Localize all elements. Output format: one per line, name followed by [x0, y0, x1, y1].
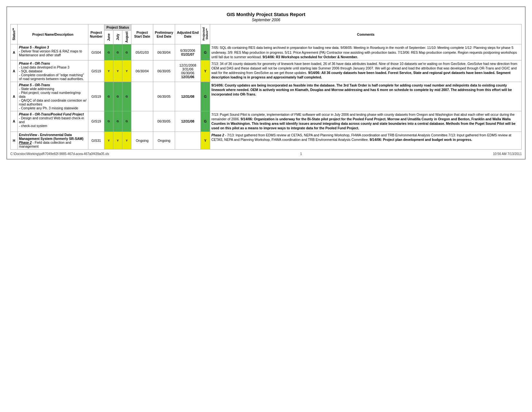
row-project-number: GIS19	[88, 60, 104, 82]
row-project-name: Phase 4 - OR-Trans- Load data developed …	[18, 60, 88, 82]
row-start-date: 05/01/03	[131, 44, 153, 60]
project-number-header: Project Number	[88, 24, 104, 44]
footer: C:\Docstoc\Working\pdf\7049e82f-9885-467…	[10, 150, 522, 156]
row-projected-status: Y	[201, 132, 210, 149]
row-prelim-end: 06/30/05	[153, 60, 175, 82]
table-row: APhase 5 - Region 3- Deliver final versi…	[11, 44, 522, 60]
row-july: G	[113, 82, 122, 111]
row-august: Y	[122, 132, 131, 149]
row-project-number: GIS19	[88, 82, 104, 111]
row-june: Y	[104, 60, 113, 82]
footer-center: 1	[300, 152, 302, 156]
row-project-number: GIS31	[88, 132, 104, 149]
main-table: Status** Project Name/Description Projec…	[10, 24, 522, 150]
project-name-header: Project Name/Description	[18, 24, 88, 44]
row-projected-status: G	[201, 44, 210, 60]
row-status: A	[11, 60, 18, 82]
row-adj-end: 12/31/08	[175, 82, 201, 111]
row-project-name: EnviroView - Environmental Data Manageme…	[18, 132, 88, 149]
comments-header: Comments	[210, 24, 522, 44]
row-start-date: Ongoing	[131, 132, 153, 149]
row-june: G	[104, 44, 113, 60]
row-prelim-end: 06/30/04	[153, 44, 175, 60]
row-comment: 9/14/06: County updates are being incorp…	[210, 82, 522, 111]
row-june: G	[104, 82, 113, 111]
row-start-date	[131, 111, 153, 132]
row-projected-status: G	[201, 111, 210, 132]
row-adj-end: 12/31/20083/31/0606/30/0612/31/06	[175, 60, 201, 82]
row-project-name: Phase 5 - Region 3- Deliver final versio…	[18, 44, 88, 60]
row-june: Y	[104, 132, 113, 149]
row-august: G	[122, 111, 131, 132]
table-row: HEnviroView - Environmental Data Managem…	[11, 132, 522, 149]
row-july: Y	[113, 132, 122, 149]
row-start-date	[131, 82, 153, 111]
row-prelim-end: 06/30/05	[153, 111, 175, 132]
report-subtitle: September 2006	[10, 18, 522, 24]
august-header: August	[122, 31, 131, 44]
status-header: Status**	[11, 24, 18, 44]
row-status: A	[11, 82, 18, 111]
row-project-number: GIS04	[88, 44, 104, 60]
prelim-end-header: Preliminary End Date	[153, 24, 175, 44]
row-start-date: 06/30/04	[131, 60, 153, 82]
table-row: APhase 4 - OR-Trans- Load data developed…	[11, 60, 522, 82]
july-header: July	[113, 31, 122, 44]
row-august: G	[122, 44, 131, 60]
page-wrapper: GIS Monthly Project Status Report Septem…	[6, 6, 526, 160]
footer-right: 10:56 AM 7/13/2011	[493, 152, 522, 156]
report-title: GIS Monthly Project Status Report	[10, 10, 522, 18]
table-row: APhase 5 - OR-Trans- State wide addressi…	[11, 82, 522, 111]
row-adj-end: 6/30/200601/31/07	[175, 44, 201, 60]
row-status: A	[11, 111, 18, 132]
row-status: A	[11, 44, 18, 60]
row-comment: Phase 2 - 7/13: Input gathered from EDMS…	[210, 132, 522, 149]
row-august: G	[122, 82, 131, 111]
start-date-header: Project Start Date	[131, 24, 153, 44]
adj-end-header: Adjusted End Date	[175, 24, 201, 44]
row-project-name: Phase 5 - OR-Trans- State wide addressin…	[18, 82, 88, 111]
row-project-number: GIS19	[88, 111, 104, 132]
row-projected-status: G	[201, 82, 210, 111]
row-adj-end: 12/31/08	[175, 111, 201, 132]
table-row: APhase 6 - OR-Trans/Pooled Fund Project-…	[11, 111, 522, 132]
row-comment: 7/13: Puget Sound Pilot is complete, imp…	[210, 111, 522, 132]
row-project-name: Phase 6 - OR-Trans/Pooled Fund Project- …	[18, 111, 88, 132]
row-june: G	[104, 111, 113, 132]
row-adj-end	[175, 132, 201, 149]
row-comment: 7/13: 34 of 36 county datasets for geome…	[210, 60, 522, 82]
row-projected-status: Y	[201, 60, 210, 82]
row-july: G	[113, 111, 122, 132]
june-header: June	[104, 31, 113, 44]
row-july: G	[113, 44, 122, 60]
row-prelim-end: 06/30/05	[153, 82, 175, 111]
row-status: H	[11, 132, 18, 149]
project-status-group-header: Project Status	[104, 24, 131, 31]
footer-left: C:\Docstoc\Working\pdf\7049e82f-9885-467…	[10, 152, 109, 156]
proj-status-header: ProjectedStatus**	[201, 24, 210, 44]
row-comment: 7/05: SQL db containing RES data being a…	[210, 44, 522, 60]
row-prelim-end: Ongoing	[153, 132, 175, 149]
row-august: Y	[122, 60, 131, 82]
row-july: Y	[113, 60, 122, 82]
